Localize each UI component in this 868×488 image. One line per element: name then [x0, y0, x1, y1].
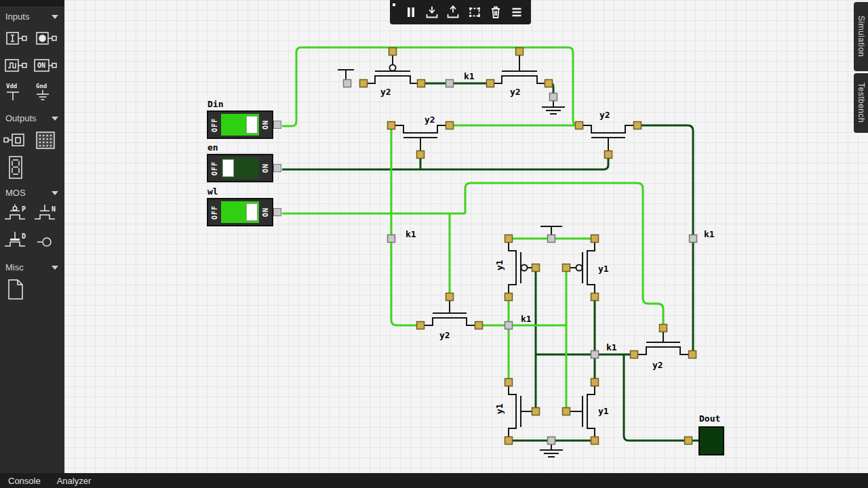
- switch-pin[interactable]: [273, 208, 281, 216]
- tab-label: Simulation: [856, 16, 866, 57]
- download-button[interactable]: [423, 3, 441, 22]
- tab-console[interactable]: Console: [8, 476, 41, 486]
- sidebar-item-button[interactable]: [31, 25, 61, 52]
- tab-simulation[interactable]: Simulation: [854, 2, 868, 71]
- component-label: y2: [510, 87, 521, 97]
- upload-icon: [445, 4, 461, 20]
- nmos-icon: N: [33, 203, 60, 227]
- toggle-switch[interactable]: OFF ON: [207, 110, 273, 139]
- vdd-icon: Vdd: [3, 81, 30, 105]
- input-switch-din: Din OFF ON: [207, 99, 273, 139]
- sidebar-item-constant-on[interactable]: ON: [31, 52, 61, 79]
- svg-text:P: P: [22, 205, 26, 213]
- select-area-button[interactable]: [466, 3, 484, 22]
- transistors[interactable]: [367, 54, 688, 436]
- chevron-down-icon: [52, 117, 58, 121]
- section-label: Inputs: [5, 12, 29, 22]
- sidebar-item-pmos[interactable]: P: [1, 201, 31, 228]
- led-matrix-icon: [33, 128, 60, 152]
- circuit-canvas[interactable]: k1y2y2y2y2k1k1y1y1k1y2k1y2y1y1: [64, 0, 868, 473]
- sidebar-item-clock[interactable]: [1, 52, 31, 79]
- sidebar-item-probe[interactable]: [31, 228, 61, 256]
- component-label: y2: [652, 360, 663, 370]
- output-dout: Dout: [698, 413, 724, 455]
- sidebar-section-outputs[interactable]: Outputs: [0, 109, 64, 127]
- sidebar-item-input-pin[interactable]: [1, 25, 31, 52]
- hamburger-menu-icon: [509, 4, 525, 20]
- circuit-drawing[interactable]: k1y2y2y2y2k1k1y1y1k1y2k1y2y1y1: [64, 0, 868, 473]
- sidebar-item-vdd[interactable]: Vdd: [1, 79, 31, 106]
- chevron-down-icon: [52, 266, 58, 270]
- component-label: k1: [521, 314, 532, 324]
- chevron-down-icon: [52, 191, 58, 195]
- sidebar-section-inputs[interactable]: Inputs: [0, 7, 64, 25]
- switch-track[interactable]: [221, 114, 259, 136]
- sidebar-item-note[interactable]: [1, 276, 31, 303]
- sidebar-item-nmos[interactable]: N: [31, 201, 61, 228]
- pause-button[interactable]: [402, 3, 420, 22]
- bottom-bar: Console Analyzer: [0, 473, 868, 488]
- gnd-symbol: [540, 445, 563, 457]
- sidebar-item-dmos[interactable]: D: [1, 228, 31, 256]
- svg-text:Vdd: Vdd: [6, 83, 17, 89]
- clock-icon: [3, 54, 30, 78]
- component-label: y1: [598, 406, 609, 416]
- component-label: k1: [704, 229, 715, 239]
- vdd-symbol: [338, 70, 354, 79]
- component-label: y1: [598, 264, 609, 274]
- wires-low[interactable]: [282, 83, 699, 441]
- sidebar-item-gnd[interactable]: Gnd: [31, 79, 61, 106]
- switch-knob[interactable]: [222, 159, 234, 177]
- svg-text:Gnd: Gnd: [36, 83, 47, 89]
- misc-palette: [0, 276, 64, 306]
- component-label: y2: [599, 110, 610, 120]
- note-icon: [3, 277, 30, 302]
- menu-button[interactable]: [508, 3, 526, 22]
- sidebar-item-led-matrix[interactable]: [31, 127, 61, 154]
- chevron-down-icon: [52, 15, 58, 19]
- component-label: y1: [494, 403, 505, 414]
- upload-button[interactable]: [444, 3, 462, 22]
- download-icon: [424, 4, 440, 20]
- switch-knob[interactable]: [246, 116, 258, 134]
- switch-pin[interactable]: [273, 164, 281, 172]
- switch-track[interactable]: [221, 201, 259, 223]
- switch-on-label: ON: [259, 112, 272, 138]
- sidebar-item-output-pin[interactable]: [1, 127, 31, 154]
- select-area-icon: [467, 4, 483, 20]
- toggle-switch[interactable]: OFF ON: [207, 154, 273, 182]
- section-label: MOS: [5, 188, 26, 198]
- tab-label: Testbench: [856, 83, 866, 123]
- switch-off-label: OFF: [208, 112, 221, 138]
- component-label: y2: [380, 87, 391, 97]
- output-pin-icon: [3, 128, 30, 152]
- switch-knob[interactable]: [246, 203, 258, 221]
- svg-text:N: N: [52, 205, 56, 213]
- tab-testbench[interactable]: Testbench: [854, 73, 868, 133]
- trash-icon: [488, 4, 504, 20]
- switch-pin[interactable]: [273, 121, 281, 129]
- gnd-icon: Gnd: [33, 81, 60, 105]
- sidebar-top-strip: [0, 0, 64, 7]
- switch-track[interactable]: [221, 157, 259, 179]
- output-led[interactable]: [698, 426, 724, 455]
- dmos-icon: D: [3, 230, 30, 254]
- pause-icon: [403, 4, 419, 20]
- sidebar-item-seven-segment[interactable]: [1, 154, 31, 181]
- outputs-palette: [0, 127, 64, 184]
- switch-label: en: [208, 142, 273, 152]
- component-label: y2: [425, 115, 435, 125]
- svg-text:D: D: [22, 232, 26, 240]
- switch-off-label: OFF: [208, 155, 221, 181]
- delete-button[interactable]: [487, 3, 505, 22]
- switch-label: Din: [208, 99, 273, 109]
- terminal-nodes[interactable]: [360, 48, 696, 445]
- sidebar-section-mos[interactable]: MOS: [0, 184, 64, 201]
- input-switch-en: en OFF ON: [207, 142, 273, 182]
- pmos-icon: P: [3, 203, 30, 227]
- switch-on-label: ON: [259, 155, 272, 181]
- tab-analyzer[interactable]: Analyzer: [57, 476, 92, 486]
- drag-handle[interactable]: [393, 3, 395, 6]
- sidebar-section-misc[interactable]: Misc: [0, 258, 64, 276]
- toggle-switch[interactable]: OFF ON: [207, 198, 273, 226]
